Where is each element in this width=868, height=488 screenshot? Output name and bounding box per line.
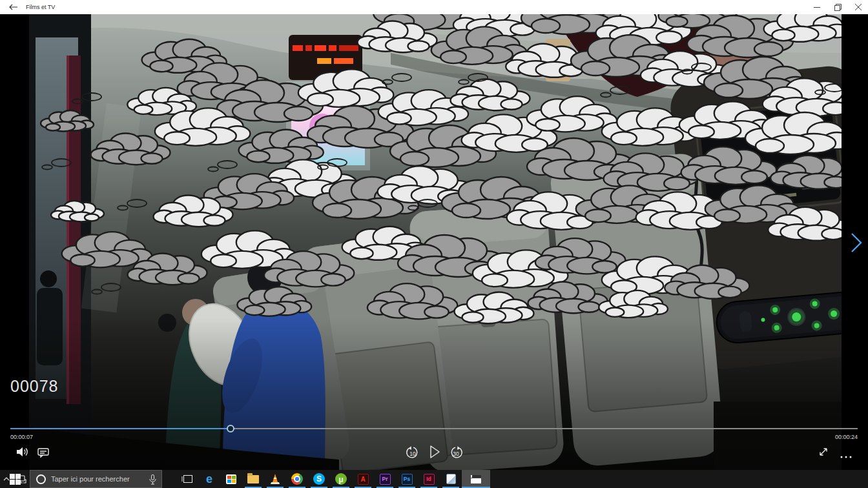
close-icon — [855, 4, 862, 10]
skip-back-icon: 10 — [406, 445, 420, 460]
screen: Films et TV — [0, 0, 868, 488]
cortana-icon — [36, 474, 46, 484]
play-button[interactable] — [428, 444, 442, 462]
player-background: 00078 00:00:07 00:00:24 — [0, 14, 868, 470]
taskbar-item-store[interactable] — [220, 470, 242, 488]
skype-icon: S — [313, 473, 325, 485]
svg-text:10: 10 — [409, 451, 416, 457]
more-options-icon — [840, 455, 852, 459]
task-view-icon — [181, 474, 193, 483]
restore-button[interactable] — [828, 0, 847, 14]
skip-forward-icon: 30 — [449, 445, 463, 460]
taskbar-item-acrobat[interactable]: A — [352, 470, 374, 488]
taskbar-item-edge[interactable]: e — [198, 470, 220, 488]
close-button[interactable] — [849, 0, 868, 14]
seek-scrubber[interactable] — [227, 425, 234, 432]
time-elapsed: 00:00:07 — [10, 434, 33, 440]
indesign-icon: Id — [424, 474, 435, 485]
restore-icon — [834, 4, 842, 11]
window-title: Films et TV — [26, 0, 55, 14]
taskbar-item-file-explorer[interactable] — [242, 470, 264, 488]
volume-icon — [16, 445, 28, 458]
search-input[interactable]: Taper ici pour rechercher — [30, 470, 162, 488]
store-icon — [226, 474, 236, 484]
play-icon — [428, 444, 442, 460]
utorrent-icon: µ — [335, 473, 347, 485]
titlebar: Films et TV — [0, 0, 868, 14]
minimize-button[interactable] — [807, 0, 827, 14]
taskbar-item-notes[interactable] — [440, 470, 462, 488]
edge-icon: e — [206, 473, 212, 486]
taskbar-item-task-view[interactable] — [176, 470, 198, 488]
premiere-pro-icon: Pr — [380, 474, 391, 485]
more-options-button[interactable] — [840, 450, 852, 462]
volume-button[interactable] — [16, 445, 28, 461]
photoshop-icon: Ps — [402, 474, 413, 485]
fullscreen-icon — [818, 446, 829, 458]
frame-number-overlay: 00078 — [10, 377, 59, 396]
films-tv-icon — [471, 475, 481, 483]
seek-progress — [10, 428, 231, 429]
taskbar-item-photoshop[interactable]: Ps — [396, 470, 418, 488]
skip-back-button[interactable]: 10 — [406, 445, 420, 462]
time-total: 00:00:24 — [835, 434, 858, 440]
vlc-icon — [269, 473, 281, 485]
video-frame[interactable] — [29, 14, 842, 470]
taskbar-item-chrome[interactable] — [286, 470, 308, 488]
taskbar-item-utorrent[interactable]: µ — [330, 470, 352, 488]
taskbar-item-premiere-pro[interactable]: Pr — [374, 470, 396, 488]
taskbar-item-vlc[interactable] — [264, 470, 286, 488]
svg-text:30: 30 — [453, 451, 459, 457]
windows-logo-icon — [10, 474, 21, 485]
notes-icon — [446, 474, 456, 484]
seek-bar[interactable] — [10, 425, 858, 432]
fullscreen-button[interactable] — [818, 446, 829, 460]
taskbar-item-indesign[interactable]: Id — [418, 470, 440, 488]
search-placeholder: Taper ici pour rechercher — [51, 475, 130, 483]
subtitles-icon — [37, 447, 50, 458]
chrome-icon — [291, 473, 303, 485]
back-arrow-icon — [9, 4, 18, 10]
file-explorer-icon — [247, 475, 259, 483]
next-video-button[interactable] — [848, 231, 865, 254]
back-button[interactable] — [4, 0, 23, 14]
taskbar: Taper ici pour rechercher e — [0, 470, 868, 488]
subtitles-button[interactable] — [37, 447, 50, 461]
start-button[interactable] — [0, 470, 30, 488]
taskbar-item-films-tv[interactable] — [462, 470, 490, 488]
microphone-icon[interactable] — [149, 474, 156, 485]
minimize-icon — [814, 4, 820, 10]
taskbar-item-skype[interactable]: S — [308, 470, 330, 488]
acrobat-icon: A — [358, 474, 369, 485]
skip-forward-button[interactable]: 30 — [449, 445, 463, 462]
